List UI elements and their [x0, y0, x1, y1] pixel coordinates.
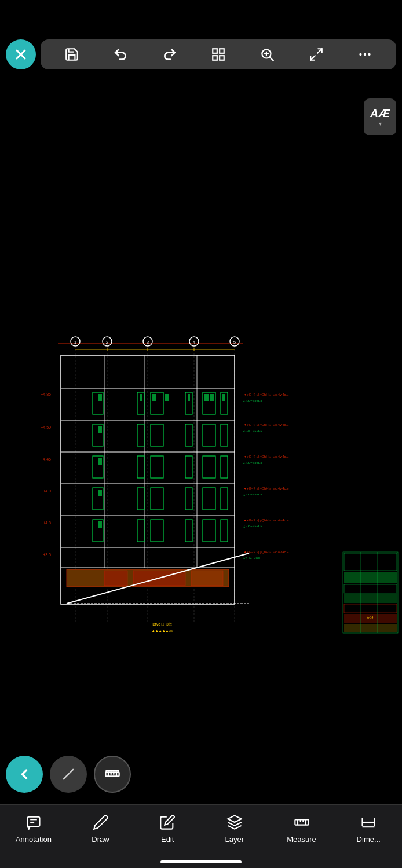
- measure-label: Measure: [287, 835, 316, 844]
- svg-rect-52: [152, 394, 156, 401]
- ae-label: AÆ: [370, 108, 390, 119]
- svg-rect-60: [222, 394, 225, 401]
- svg-rect-117: [344, 572, 397, 583]
- svg-text:+3.5: +3.5: [43, 553, 51, 557]
- svg-rect-69: [98, 458, 102, 465]
- svg-rect-15: [0, 333, 402, 648]
- svg-text:1: 1: [74, 340, 77, 345]
- svg-rect-50: [140, 394, 142, 401]
- svg-marker-138: [228, 815, 241, 822]
- toolbar-group: [41, 39, 396, 69]
- blueprint-inner: 1 2 3 4 5: [0, 333, 402, 648]
- zoom-button[interactable]: [257, 44, 277, 65]
- more-button[interactable]: [355, 44, 375, 65]
- svg-text:◄+G−? »|¿QhH|»| »c.4v.4c.»: ◄+G−? »|¿QhH|»| »c.4v.4c.»: [243, 455, 289, 458]
- close-button[interactable]: [6, 39, 36, 69]
- top-toolbar: [6, 39, 396, 69]
- edit-label: Edit: [161, 835, 174, 844]
- undo-button[interactable]: [110, 44, 131, 65]
- svg-rect-53: [165, 394, 169, 401]
- tab-edit[interactable]: Edit: [134, 811, 201, 844]
- layer-icon: [225, 813, 244, 832]
- tab-measure[interactable]: Measure: [268, 811, 335, 844]
- grid-button[interactable]: [208, 44, 229, 65]
- svg-rect-55: [188, 394, 190, 401]
- svg-text:¿›ud−»»«u»: ¿›ud−»»«u»: [243, 461, 262, 464]
- svg-rect-139: [295, 819, 308, 825]
- svg-text:2: 2: [106, 340, 109, 345]
- svg-rect-92: [191, 571, 223, 586]
- dimension-label: Dime...: [357, 835, 381, 844]
- annotation-label: Annotation: [16, 835, 52, 844]
- dimension-icon: [359, 813, 378, 832]
- svg-rect-57: [204, 394, 209, 401]
- svg-rect-48: [98, 394, 102, 401]
- draw-icon: [92, 813, 110, 832]
- svg-text:+4.45: +4.45: [41, 457, 51, 461]
- tab-layer[interactable]: Layer: [201, 811, 268, 844]
- svg-rect-3: [220, 49, 224, 53]
- save-button[interactable]: [61, 44, 82, 65]
- edit-icon: [158, 813, 177, 832]
- bottom-tabbar: Annotation Draw Edit Layer: [0, 804, 402, 868]
- svg-rect-62: [98, 426, 102, 433]
- fullscreen-button[interactable]: [306, 44, 327, 65]
- svg-rect-127: [105, 773, 119, 777]
- svg-text:Bfvc □−3½: Bfvc □−3½: [152, 622, 172, 626]
- svg-rect-2: [213, 49, 217, 53]
- svg-text:+4.0: +4.0: [43, 489, 51, 493]
- svg-text:»†−i»−»wd: »†−i»−»wd: [243, 556, 260, 560]
- draw-label: Draw: [92, 835, 109, 844]
- svg-line-126: [64, 770, 73, 779]
- svg-point-13: [364, 53, 366, 56]
- back-button[interactable]: [6, 756, 43, 793]
- svg-text:▲▲▲▲▲35: ▲▲▲▲▲35: [152, 629, 173, 632]
- svg-text:4: 4: [193, 340, 196, 345]
- tab-draw[interactable]: Draw: [67, 811, 134, 844]
- svg-text:¿›ud−»»«u»: ¿›ud−»»«u»: [243, 399, 262, 402]
- svg-text:+4.85: +4.85: [41, 392, 51, 396]
- svg-text:3: 3: [147, 340, 149, 345]
- svg-line-7: [270, 57, 273, 61]
- svg-point-14: [368, 53, 370, 56]
- svg-text:◄+G−? »|¿QhH|»| »c.4v.4c.»: ◄+G−? »|¿QhH|»| »c.4v.4c.»: [243, 518, 289, 522]
- svg-rect-135: [27, 817, 39, 826]
- svg-rect-5: [220, 56, 224, 60]
- canvas-area[interactable]: 1 2 3 4 5: [0, 0, 402, 868]
- measure-tool-button[interactable]: [94, 756, 131, 793]
- svg-text:◄+G−? »|¿QhH|»| »c.4v.4c.»: ◄+G−? »|¿QhH|»| »c.4v.4c.»: [243, 423, 289, 426]
- measure-icon: [293, 813, 311, 832]
- tab-dimension[interactable]: Dime...: [335, 811, 402, 844]
- svg-text:+4.8: +4.8: [43, 521, 51, 525]
- svg-rect-76: [98, 490, 102, 496]
- ae-button[interactable]: AÆ ▾: [364, 98, 396, 135]
- svg-line-10: [317, 49, 322, 53]
- svg-text:◄+G−? »|¿QhH|»| »c.4v.4c.»: ◄+G−? »|¿QhH|»| »c.4v.4c.»: [243, 393, 289, 396]
- svg-line-11: [310, 56, 315, 60]
- building-drawing: 1 2 3 4 5: [0, 333, 402, 648]
- svg-text:¿›ud−»»«u»: ¿›ud−»»«u»: [243, 492, 262, 496]
- svg-rect-119: [344, 594, 397, 603]
- bottom-floating-toolbar: [6, 756, 131, 793]
- layer-label: Layer: [225, 835, 244, 844]
- svg-text:5: 5: [233, 340, 236, 345]
- annotation-icon: [24, 813, 43, 832]
- tab-annotation[interactable]: Annotation: [0, 811, 67, 844]
- svg-rect-4: [213, 56, 217, 60]
- svg-text:+4.50: +4.50: [41, 425, 51, 429]
- svg-rect-122: [344, 624, 397, 632]
- line-tool-button[interactable]: [50, 756, 87, 793]
- home-indicator: [160, 860, 242, 863]
- svg-text:¿›ud−»»«u»: ¿›ud−»»«u»: [243, 524, 262, 528]
- svg-text:¿›ud−»»«u»: ¿›ud−»»«u»: [243, 429, 262, 432]
- svg-text:◄+G−? »|¿QhH|»| »c.4v.4c.»: ◄+G−? »|¿QhH|»| »c.4v.4c.»: [243, 550, 289, 554]
- svg-point-12: [359, 53, 361, 56]
- ae-chevron-icon: ▾: [379, 120, 382, 127]
- blueprint-section[interactable]: 1 2 3 4 5: [0, 333, 402, 648]
- svg-rect-58: [210, 394, 214, 401]
- svg-text:◄+G−? »|¿QhH|»| »c.4v.4c.»: ◄+G−? »|¿QhH|»| »c.4v.4c.»: [243, 487, 289, 490]
- svg-rect-83: [98, 521, 102, 528]
- redo-button[interactable]: [159, 44, 180, 65]
- svg-text:A-14: A-14: [367, 616, 374, 619]
- svg-rect-90: [104, 571, 127, 586]
